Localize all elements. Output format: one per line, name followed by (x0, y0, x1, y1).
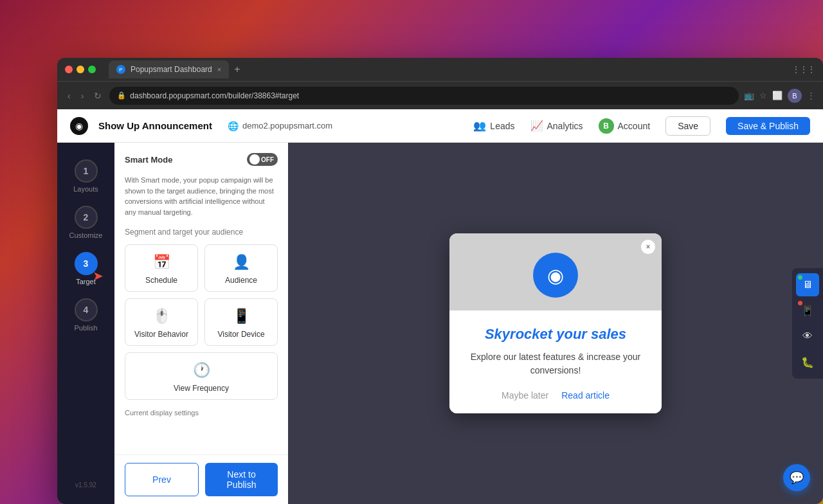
popup-close-button[interactable]: × (641, 240, 655, 254)
profile-avatar: B (792, 92, 797, 100)
lock-icon: 🔒 (117, 91, 126, 100)
new-tab-button[interactable]: + (234, 64, 240, 75)
next-to-publish-button[interactable]: Next to Publish (205, 463, 278, 496)
audience-label: Audience (225, 276, 257, 285)
sidebar-item-target[interactable]: 3 Target (57, 246, 114, 292)
popup-body: Skyrocket your sales Explore our latest … (449, 310, 662, 413)
schedule-label: Schedule (145, 276, 177, 285)
sidebar-label-publish: Publish (74, 324, 97, 332)
right-toolbar: 🖥 📱 👁 🐛 (792, 268, 823, 379)
version-label: v1.5.92 (70, 476, 102, 494)
leads-label: Leads (490, 121, 514, 131)
header-nav: 👥 Leads 📈 Analytics B Account Save Save … (473, 116, 810, 136)
step-circle-4: 4 (75, 298, 98, 321)
mobile-view-button[interactable]: 📱 (796, 299, 819, 322)
schedule-icon: 📅 (153, 254, 170, 271)
visitor-device-option[interactable]: 📱 Visitor Device (204, 298, 278, 346)
sidebar-item-layouts[interactable]: 1 Layouts (57, 153, 114, 199)
smart-mode-row: Smart Mode OFF (125, 153, 278, 166)
maybe-later-button[interactable]: Maybe later (502, 390, 548, 401)
prev-button[interactable]: Prev (125, 463, 199, 496)
toggle-text: OFF (261, 156, 275, 163)
sidebar-label-layouts: Layouts (73, 185, 98, 193)
smart-mode-toggle[interactable]: OFF (247, 153, 278, 166)
profile-button[interactable]: B (788, 89, 802, 103)
toggle-knob (249, 154, 260, 165)
popup-logo-icon: ◉ (547, 264, 564, 287)
save-and-publish-button[interactable]: Save & Publish (726, 117, 810, 135)
more-options-icon[interactable]: ⋮ (807, 91, 815, 100)
globe-icon: 🌐 (228, 121, 239, 131)
domain-text: demo2.popupsmart.com (242, 121, 332, 130)
forward-button[interactable]: › (78, 88, 87, 104)
minimize-traffic-light[interactable] (77, 66, 84, 73)
back-button[interactable]: ‹ (65, 88, 73, 104)
tab-title: Popupsmart Dashboard (131, 65, 212, 74)
tab-favicon: P (116, 65, 125, 74)
audience-icon: 👤 (233, 254, 250, 271)
url-text: dashboard.popupsmart.com/builder/38863#t… (130, 91, 299, 100)
options-grid: 📅 Schedule 👤 Audience 🖱️ Visitor Behavio… (125, 244, 278, 346)
popup-header: ◉ (449, 233, 662, 310)
account-avatar: B (599, 118, 614, 134)
popup-actions: Maybe later Read article (462, 390, 649, 401)
schedule-option[interactable]: 📅 Schedule (125, 244, 198, 292)
analytics-nav-item[interactable]: 📈 Analytics (530, 120, 583, 132)
visitor-behavior-icon: 🖱️ (153, 308, 170, 325)
leads-icon: 👥 (473, 120, 486, 132)
account-label: Account (618, 121, 651, 131)
chat-icon: 💬 (790, 471, 804, 485)
tab-close-button[interactable]: × (217, 66, 221, 73)
logo-icon: ◉ (75, 121, 83, 131)
domain-badge: 🌐 demo2.popupsmart.com (228, 121, 332, 131)
window-controls: ⋮⋮⋮ (792, 65, 815, 74)
popup-title: Skyrocket your sales (462, 326, 649, 343)
save-button[interactable]: Save (665, 116, 710, 136)
tab-bar: P Popupsmart Dashboard × + (109, 60, 240, 78)
current-display-label: Current display settings (125, 409, 278, 417)
active-tab[interactable]: P Popupsmart Dashboard × (109, 60, 229, 78)
sidebar-item-customize[interactable]: 2 Customize (57, 199, 114, 246)
smart-mode-description: With Smart mode, your popup campaign wil… (125, 175, 278, 217)
view-frequency-option[interactable]: 🕐 View Frequency (125, 352, 278, 400)
desktop-view-button[interactable]: 🖥 (796, 273, 819, 296)
star-icon[interactable]: ☆ (759, 91, 767, 100)
arrow-indicator: ➤ (93, 268, 104, 284)
browser-window: P Popupsmart Dashboard × + ⋮⋮⋮ ‹ › ↻ 🔒 d… (57, 58, 823, 504)
read-article-button[interactable]: Read article (561, 390, 610, 401)
maximize-traffic-light[interactable] (88, 66, 96, 73)
view-frequency-label: View Frequency (174, 384, 229, 393)
reload-button[interactable]: ↻ (91, 88, 104, 104)
debug-button[interactable]: 🐛 (796, 350, 819, 374)
tab-options-icon[interactable]: ⬜ (772, 91, 782, 100)
panel-footer: Prev Next to Publish (114, 455, 288, 504)
segment-label: Segment and target your audience (125, 228, 278, 237)
preview-button[interactable]: 👁 (796, 325, 819, 348)
visitor-device-icon: 📱 (233, 308, 250, 325)
chat-button[interactable]: 💬 (783, 464, 810, 491)
popup-logo: ◉ (533, 253, 578, 298)
step-circle-2: 2 (75, 206, 98, 229)
sidebar-item-publish[interactable]: 4 Publish (57, 292, 114, 338)
view-frequency-icon: 🕐 (193, 362, 210, 379)
analytics-label: Analytics (547, 121, 583, 131)
red-dot (798, 301, 802, 305)
panel-content: Smart Mode OFF With Smart mode, your pop… (114, 143, 288, 455)
close-traffic-light[interactable] (65, 66, 73, 73)
preview-area: × ◉ Skyrocket your sales Explore our lat… (288, 143, 823, 504)
sidebar: 1 Layouts 2 Customize 3 Target (57, 143, 114, 504)
app-logo: ◉ (70, 117, 88, 135)
traffic-lights (65, 66, 96, 73)
target-panel: Smart Mode OFF With Smart mode, your pop… (114, 143, 288, 504)
leads-nav-item[interactable]: 👥 Leads (473, 120, 514, 132)
account-nav-item[interactable]: B Account (599, 118, 651, 134)
visitor-behavior-option[interactable]: 🖱️ Visitor Behavior (125, 298, 198, 346)
title-bar: P Popupsmart Dashboard × + ⋮⋮⋮ (57, 58, 823, 81)
green-dot (798, 275, 802, 280)
main-content: 1 Layouts 2 Customize 3 Target (57, 143, 823, 504)
address-bar-right: 📺 ☆ ⬜ B ⋮ (744, 89, 815, 103)
url-input[interactable]: 🔒 dashboard.popupsmart.com/builder/38863… (109, 87, 739, 105)
address-bar: ‹ › ↻ 🔒 dashboard.popupsmart.com/builder… (57, 81, 823, 109)
app-area: ◉ Show Up Announcement 🌐 demo2.popupsmar… (57, 109, 823, 504)
audience-option[interactable]: 👤 Audience (204, 244, 278, 292)
